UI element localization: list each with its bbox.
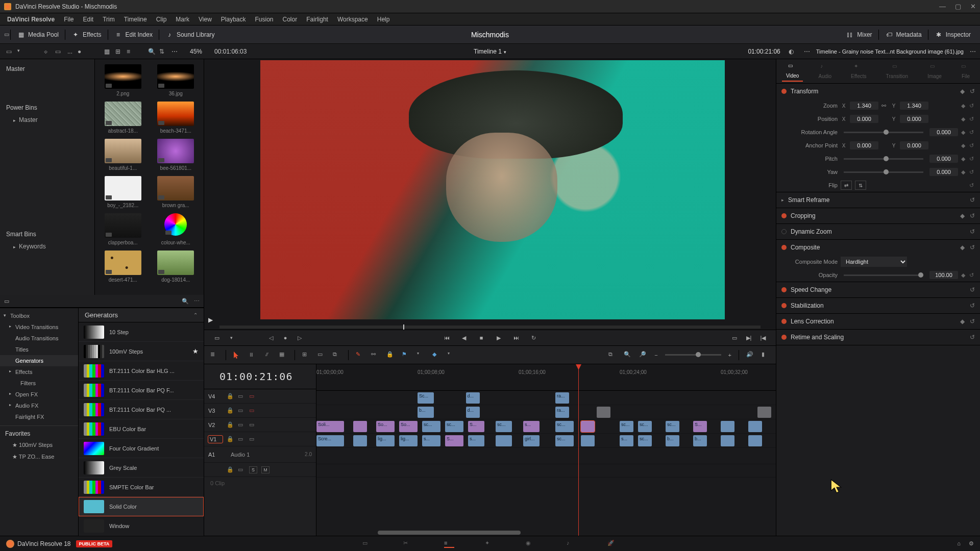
prev-edit-icon[interactable]: ◁ (266, 333, 276, 342)
mixer-button[interactable]: ⫿⫿Mixer (841, 29, 877, 41)
menu-item[interactable]: View (194, 14, 216, 24)
stop-icon[interactable]: ■ (477, 333, 486, 342)
effects-button[interactable]: ✦Effects (66, 29, 106, 41)
section-stabilization[interactable]: Stabilization↺ (776, 298, 980, 313)
menu-item[interactable]: Playback (217, 14, 250, 24)
minimize-icon[interactable]: — (939, 3, 946, 10)
overwrite-icon[interactable]: ▭ (317, 351, 326, 359)
fx-cat-atrans[interactable]: Audio Transitions (0, 333, 78, 344)
timeline-clip[interactable]: sc... (555, 435, 574, 446)
fx-cat-generators[interactable]: Generators (0, 355, 78, 366)
go-end-icon[interactable]: ⏭ (511, 333, 521, 342)
timeline-clip[interactable]: Scre... (316, 435, 344, 446)
menu-item[interactable]: Edit (79, 14, 98, 24)
media-clip[interactable]: beautiful-1... (100, 139, 146, 171)
track-header-v4[interactable]: V4🔒▭▭ (204, 389, 316, 404)
master-bin[interactable]: Master (0, 62, 94, 76)
project-settings-icon[interactable]: ⚙ (969, 540, 974, 547)
lock-icon[interactable]: 🔒 (386, 351, 395, 359)
pitch-slider[interactable] (844, 158, 923, 160)
clip-icon[interactable]: ▭ (55, 48, 62, 55)
timeline-clip[interactable] (748, 435, 762, 446)
timeline-ruler[interactable]: 01;00;00;0001;00;08;0001;00;16;0001;00;2… (316, 364, 776, 391)
media-clip[interactable]: 2.png (100, 64, 146, 96)
metadata-button[interactable]: 🏷Metadata (880, 29, 927, 41)
timeline-clip[interactable]: Soli... (316, 421, 344, 432)
inspector-button[interactable]: ✱Inspector (929, 29, 976, 41)
fusion-page-icon[interactable]: ✦ (485, 540, 495, 548)
media-pool-button[interactable]: ▦Media Pool (12, 29, 64, 41)
timeline-clip[interactable]: sc... (555, 421, 574, 432)
inspector-tab-audio[interactable]: ♪Audio (814, 61, 836, 81)
track-header-v3[interactable]: V3🔒▭▭ (204, 404, 316, 418)
fairlight-page-icon[interactable]: ♪ (567, 540, 577, 548)
fx-generator-item[interactable]: BT.2111 Color Bar PQ ... (79, 400, 204, 419)
timeline-clip[interactable]: lig... (376, 435, 395, 446)
fx-generator-item[interactable]: EBU Color Bar (79, 419, 204, 439)
timeline-clip[interactable]: d... (466, 392, 480, 404)
opacity-slider[interactable] (844, 274, 923, 276)
zoom-y-field[interactable]: 1.340 (900, 102, 928, 110)
home-icon[interactable]: ⌂ (957, 540, 961, 547)
rotation-field[interactable]: 0.000 (929, 128, 958, 136)
section-retime-scaling[interactable]: Retime and Scaling↺ (776, 330, 980, 345)
flip-h-button[interactable]: ⇄ (841, 181, 852, 190)
media-clip[interactable]: brown gra... (153, 176, 199, 208)
collapse-icon[interactable]: ⌃ (193, 312, 198, 318)
media-clip[interactable]: abstract-18... (100, 102, 146, 134)
fx-cat-effects[interactable]: Effects (0, 366, 78, 378)
anchor-y-field[interactable]: 0.000 (900, 141, 928, 149)
horizontal-scrollbar[interactable] (378, 531, 521, 535)
trim-tool-icon[interactable]: ⫼ (249, 351, 257, 359)
fx-cat-titles[interactable]: Titles (0, 344, 78, 355)
chevron-down-icon[interactable]: ▾ (417, 351, 425, 359)
audio-monitor-icon[interactable]: 🔊 (746, 351, 754, 359)
pos-y-field[interactable]: 0.000 (900, 115, 928, 123)
track-header-v2[interactable]: V2🔒▭▭ (204, 418, 316, 432)
timeline-clip[interactable] (496, 435, 512, 446)
timeline-tracks[interactable]: 01;00;00;0001;00;08;0001;00;16;0001;00;2… (316, 364, 776, 536)
viewer-scrubber[interactable] (219, 325, 761, 329)
power-bins-header[interactable]: Power Bins (0, 101, 94, 114)
flip-v-button[interactable]: ⇅ (855, 181, 866, 190)
yaw-field[interactable]: 0.000 (929, 168, 958, 176)
viewer-canvas[interactable] (260, 60, 725, 319)
menu-item[interactable]: Workspace (333, 14, 372, 24)
meter-icon[interactable]: ▮ (762, 351, 770, 359)
media-clip[interactable]: desert-471... (100, 251, 146, 283)
zoom-x-field[interactable]: 1.340 (850, 102, 878, 110)
timeline-clip[interactable]: sc... (445, 421, 463, 432)
track-audio-controls[interactable]: 🔒▭SM (204, 463, 316, 477)
timeline-clip[interactable]: b... (693, 435, 707, 446)
reset-icon[interactable]: ↺ (969, 116, 974, 122)
timeline-clip[interactable]: s... (523, 421, 540, 432)
pitch-field[interactable]: 0.000 (929, 155, 958, 163)
chevron-down-icon[interactable]: ▾ (227, 333, 236, 342)
timeline-clip[interactable] (581, 421, 595, 432)
maximize-icon[interactable]: ▢ (955, 3, 961, 10)
smart-bin-keywords[interactable]: Keywords (0, 241, 94, 252)
blade-tool-icon[interactable]: ▦ (279, 351, 287, 359)
timeline-clip[interactable]: sc... (496, 421, 512, 432)
timeline-clip[interactable]: So... (399, 421, 418, 432)
cut-page-icon[interactable]: ✂ (403, 540, 413, 548)
track-header-a1[interactable]: A1Audio 12.0 (204, 446, 316, 463)
section-cropping[interactable]: Cropping◆↺ (776, 208, 980, 223)
more-icon[interactable]: ⋯ (970, 48, 976, 55)
marker-icon[interactable]: ◆ (432, 351, 440, 359)
fx-cat-fairlightfx[interactable]: Fairlight FX (0, 411, 78, 422)
record-icon[interactable]: ● (78, 48, 85, 55)
next-edit-icon[interactable]: ▷ (295, 333, 304, 342)
inspector-tab-transition[interactable]: ▭Transition (882, 61, 913, 81)
timeline-clip[interactable]: s... (422, 435, 440, 446)
menu-item[interactable]: Fusion (251, 14, 278, 24)
menu-item[interactable]: Mark (172, 14, 193, 24)
in-out-icon[interactable]: ▭ (212, 333, 222, 342)
menu-item[interactable]: Fairlight (302, 14, 332, 24)
match-frame-icon[interactable]: ▭ (730, 333, 739, 342)
replace-icon[interactable]: ⧉ (333, 351, 341, 359)
menu-item[interactable]: Timeline (120, 14, 151, 24)
reset-icon[interactable]: ↺ (969, 103, 974, 109)
step-fwd-icon[interactable]: ▶| (744, 333, 753, 342)
section-speed-change[interactable]: Speed Change↺ (776, 282, 980, 297)
